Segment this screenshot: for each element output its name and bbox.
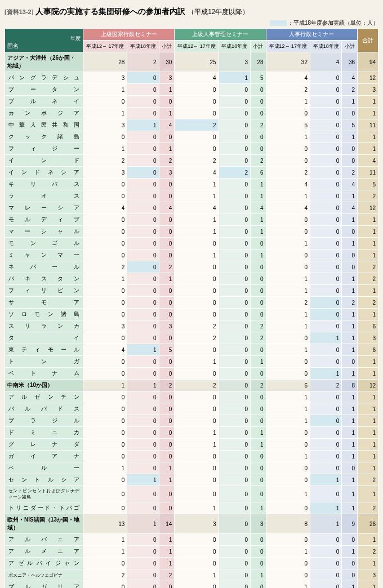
country-name: パキスタン (5, 273, 83, 285)
country-name: タイ (5, 332, 83, 344)
table-row: ブータン1010002023 (5, 84, 378, 96)
col-country: 年度国名 (5, 29, 83, 52)
table-row: トリニダード・トバゴ0001010112 (5, 502, 378, 514)
country-name: アルメニア (5, 546, 83, 558)
table-row: サモア0000002022 (5, 297, 378, 309)
table-row: キリバス0001014045 (5, 179, 378, 190)
country-name: ミャンマー (5, 250, 83, 261)
table-row: フィジー1010000001 (5, 143, 378, 155)
country-name: インド (5, 155, 83, 167)
country-name: アゼルバイジャン (5, 558, 83, 569)
table-row: カンボジア1010000001 (5, 108, 378, 119)
country-name: グレナダ (5, 439, 83, 451)
country-name: トリニダード・トバゴ (5, 502, 83, 514)
table-row: ブルガリア0000001011 (5, 581, 378, 589)
country-name: バルバドス (5, 403, 83, 415)
table-row: バングラデシュ30341540412 (5, 72, 378, 84)
country-name: マレーシア (5, 202, 83, 214)
country-name: 欧州・NIS諸国（13か国・地域） (5, 514, 83, 534)
country-name: トンガ (5, 356, 83, 368)
table-row: フィリピン0000001011 (5, 285, 378, 297)
table-row: 中南米（10か国）11220262812 (5, 380, 378, 391)
country-name: ボスニア・ヘルツェゴビナ (5, 569, 83, 581)
table-row: モンゴル0000001011 (5, 238, 378, 250)
country-name: ペルー (5, 462, 83, 474)
country-name: キリバス (5, 179, 83, 190)
table-row: ソロモン諸島0000001011 (5, 309, 378, 320)
data-table: 年度国名 上級国家行政セミナー 上級人事管理セミナー 人事行政セミナー 合計 平… (5, 28, 378, 588)
country-name: スリランカ (5, 320, 83, 332)
country-name: ソロモン諸島 (5, 309, 83, 320)
country-name: フィジー (5, 143, 83, 155)
country-name: ネパール (5, 261, 83, 273)
col-seminar3: 人事行政セミナー (266, 29, 357, 41)
country-name: 東ティモール (5, 344, 83, 356)
doc-title: 人事院の実施する集団研修への参加者内訳 (35, 7, 185, 16)
table-row: ドミニカ0001010011 (5, 427, 378, 439)
country-name: マーシャル (5, 226, 83, 238)
country-name: 中華人民共和国 (5, 119, 83, 131)
table-row: 中華人民共和国31420250511 (5, 119, 378, 131)
country-name: バングラデシュ (5, 72, 83, 84)
table-row: ラオス0001011012 (5, 190, 378, 202)
table-row: マレーシア40440440412 (5, 202, 378, 214)
country-name: ラオス (5, 190, 83, 202)
table-row: ブルネイ0000001011 (5, 96, 378, 108)
table-row: アルゼンチン0000001011 (5, 391, 378, 403)
country-name: 中南米（10か国） (5, 380, 83, 391)
doc-subtitle: （平成12年度以降） (188, 8, 249, 16)
country-name: アルゼンチン (5, 391, 83, 403)
table-row: ガイアナ0000001011 (5, 451, 378, 462)
country-name: インドネシア (5, 167, 83, 179)
legend-text: ：平成18年度参加実績（単位：人） (288, 20, 378, 26)
col-total: 合計 (358, 29, 378, 52)
table-row: ネパール2020000002 (5, 261, 378, 273)
country-name: クック諸島 (5, 131, 83, 143)
table-row: タイ0002020113 (5, 332, 378, 344)
country-name: ブラジル (5, 415, 83, 427)
country-name: ブータン (5, 84, 83, 96)
table-row: ボスニア・ヘルツェゴビナ2021010003 (5, 569, 378, 581)
table-row: アルバニア1010000001 (5, 534, 378, 546)
col-seminar1: 上級国家行政セミナー (83, 29, 175, 41)
country-name: ブルネイ (5, 96, 83, 108)
table-row: スリランカ3032021016 (5, 320, 378, 332)
table-row: アジア・大洋州（26か国・地域）28230253283243694 (5, 52, 378, 72)
table-row: アゼルバイジャン0010000001 (5, 558, 378, 569)
table-row: セントビンセントおよびグレナディーン諸島0000001011 (5, 486, 378, 502)
country-name: サモア (5, 297, 83, 309)
table-row: グレナダ0001010011 (5, 439, 378, 451)
table-row: アルメニア1010001012 (5, 546, 378, 558)
country-name: ガイアナ (5, 451, 83, 462)
country-name: ベトナム (5, 368, 83, 380)
country-name: ブルガリア (5, 581, 83, 589)
table-row: クック諸島0000001011 (5, 131, 378, 143)
country-name: アジア・大洋州（26か国・地域） (5, 52, 83, 72)
table-row: ミャンマー0001010001 (5, 250, 378, 261)
table-row: 東ティモール4150001016 (5, 344, 378, 356)
country-name: フィリピン (5, 285, 83, 297)
table-row: マーシャル0001010001 (5, 226, 378, 238)
table-row: インドネシア30342620211 (5, 167, 378, 179)
doc-tag: [資料13-2] (5, 8, 33, 15)
table-row: ペルー1010000001 (5, 462, 378, 474)
country-name: ドミニカ (5, 427, 83, 439)
table-row: インド2022020004 (5, 155, 378, 167)
table-row: モルディブ0001010011 (5, 214, 378, 226)
country-name: モンゴル (5, 238, 83, 250)
col-seminar2: 上級人事管理セミナー (175, 29, 266, 41)
country-name: セントルシア (5, 474, 83, 486)
table-row: バルバドス0000001011 (5, 403, 378, 415)
country-name: アルバニア (5, 534, 83, 546)
table-row: ブラジル0000001011 (5, 415, 378, 427)
table-row: パキスタン1010001012 (5, 273, 378, 285)
table-row: 欧州・NIS諸国（13か国・地域）1311430381926 (5, 514, 378, 534)
country-name: セントビンセントおよびグレナディーン諸島 (5, 486, 83, 502)
country-name: カンボジア (5, 108, 83, 119)
table-row: ベトナム0000000111 (5, 368, 378, 380)
country-name: モルディブ (5, 214, 83, 226)
legend-swatch (270, 20, 287, 26)
table-row: トンガ0001010001 (5, 356, 378, 368)
table-row: セントルシア0110000112 (5, 474, 378, 486)
